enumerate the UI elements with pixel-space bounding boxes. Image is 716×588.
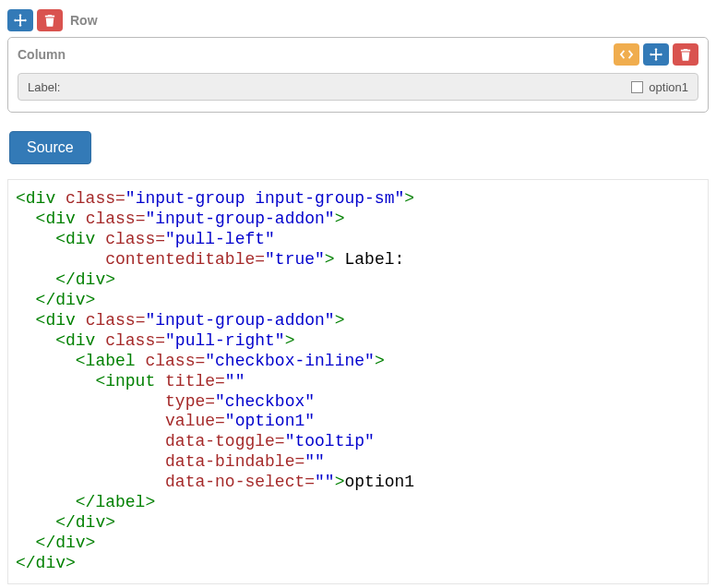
code-attr: title=	[165, 372, 225, 390]
code-attr: class=	[145, 352, 205, 370]
code-val: "input-group-addon"	[145, 210, 334, 228]
code-attr: class=	[86, 311, 146, 330]
code-tag: </div>	[16, 291, 95, 309]
code-tag: </div>	[16, 534, 95, 552]
code-tag: <div	[16, 311, 86, 330]
code-attr: class=	[105, 331, 165, 350]
code-tag: >	[325, 250, 335, 269]
code-val: "option1"	[225, 412, 315, 430]
code-attr: data-toggle=	[16, 432, 285, 450]
code-attr: class=	[66, 189, 125, 208]
code-tag: >	[404, 189, 414, 208]
trash-icon	[680, 48, 691, 61]
code-tag: <input	[16, 372, 165, 390]
input-group[interactable]: Label: option1	[18, 73, 698, 101]
code-val: ""	[315, 473, 335, 491]
code-attr: class=	[105, 230, 165, 248]
option-checkbox[interactable]	[631, 81, 643, 93]
code-tag: </div>	[16, 513, 115, 532]
code-val: ""	[304, 452, 325, 471]
code-val: "input-group-addon"	[145, 311, 334, 330]
trash-icon	[44, 14, 55, 27]
column-label: Column	[18, 47, 66, 62]
code-attr: data-no-select=	[16, 473, 315, 491]
code-tag: </div>	[16, 554, 76, 572]
code-icon	[619, 49, 634, 60]
column-panel: Column Label: option1	[7, 37, 709, 113]
column-toolbar	[614, 43, 698, 66]
code-attr: contenteditable=	[16, 250, 265, 269]
code-val: "input-group input-group-sm"	[125, 189, 404, 208]
column-code-button[interactable]	[614, 43, 639, 66]
code-tag: <div	[16, 210, 86, 228]
column-move-button[interactable]	[643, 43, 669, 66]
code-tag: >	[285, 331, 295, 350]
move-icon	[650, 48, 662, 61]
code-tag: >	[335, 473, 345, 491]
code-attr: data-bindable=	[16, 452, 304, 471]
source-button[interactable]: Source	[9, 131, 91, 164]
code-val: "checkbox"	[215, 392, 315, 411]
row-move-button[interactable]	[7, 9, 33, 31]
code-attr: value=	[16, 412, 225, 430]
code-tag: </label>	[16, 493, 155, 511]
code-tag: >	[335, 210, 345, 228]
code-val: ""	[225, 372, 245, 390]
code-tag: <label	[16, 352, 145, 370]
move-icon	[14, 14, 27, 27]
code-attr: class=	[86, 210, 146, 228]
source-code: <div class="input-group input-group-sm">…	[7, 179, 709, 584]
code-tag: <div	[16, 331, 105, 350]
code-val: "pull-right"	[165, 331, 285, 350]
code-tag: >	[375, 352, 385, 370]
code-attr: type=	[16, 392, 215, 411]
code-tag: <div	[16, 189, 66, 208]
code-text: option1	[344, 473, 414, 491]
column-body: Label: option1	[8, 69, 708, 112]
row-header: Row	[7, 7, 709, 37]
code-val: "pull-left"	[165, 230, 275, 248]
code-text: Label:	[335, 250, 405, 269]
code-tag: >	[335, 311, 345, 330]
code-tag: <div	[16, 230, 105, 248]
row-label: Row	[70, 13, 98, 28]
column-header: Column	[8, 38, 708, 69]
code-val: "checkbox-inline"	[205, 352, 375, 370]
code-val: "true"	[265, 250, 325, 269]
input-label[interactable]: Label:	[18, 74, 69, 100]
input-option-group[interactable]: option1	[622, 74, 698, 100]
code-val: "tooltip"	[285, 432, 375, 450]
code-tag: </div>	[16, 270, 115, 289]
row-delete-button[interactable]	[37, 9, 63, 31]
column-delete-button[interactable]	[673, 43, 698, 66]
option-label: option1	[649, 80, 688, 94]
